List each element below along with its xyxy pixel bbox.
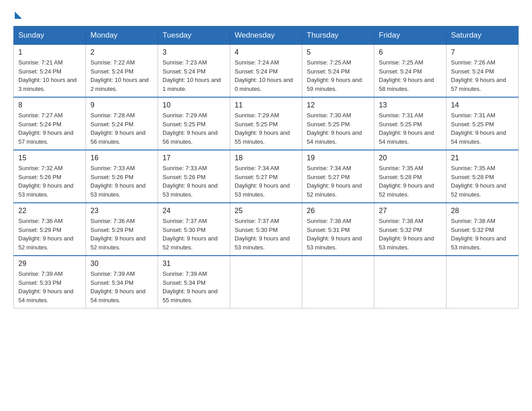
sunrise-label: Sunrise: bbox=[163, 270, 185, 277]
calendar-week-row: 1 Sunrise: 7:21 AM Sunset: 5:24 PM Dayli… bbox=[14, 45, 519, 98]
calendar-cell: 23 Sunrise: 7:36 AM Sunset: 5:29 PM Dayl… bbox=[86, 203, 158, 256]
sunset-value: 5:25 PM bbox=[472, 121, 494, 128]
daylight-label: Daylight: bbox=[163, 235, 187, 242]
day-number: 29 bbox=[18, 260, 81, 268]
day-info: Sunrise: 7:39 AM Sunset: 5:34 PM Dayligh… bbox=[90, 270, 153, 304]
sunset-value: 5:24 PM bbox=[112, 121, 133, 128]
day-number: 18 bbox=[235, 154, 297, 162]
calendar-cell: 1 Sunrise: 7:21 AM Sunset: 5:24 PM Dayli… bbox=[14, 45, 86, 98]
sunrise-value: 7:24 AM bbox=[257, 59, 279, 66]
sunrise-label: Sunrise: bbox=[451, 165, 474, 171]
sunrise-label: Sunrise: bbox=[163, 165, 185, 171]
sunrise-label: Sunrise: bbox=[18, 112, 41, 119]
day-info: Sunrise: 7:31 AM Sunset: 5:25 PM Dayligh… bbox=[379, 111, 442, 146]
sunset-label: Sunset: bbox=[163, 68, 184, 75]
day-number: 26 bbox=[307, 207, 369, 215]
daylight-label: Daylight: bbox=[307, 182, 331, 189]
sunset-label: Sunset: bbox=[18, 227, 40, 233]
daylight-label: Daylight: bbox=[451, 129, 475, 136]
calendar-cell: 25 Sunrise: 7:37 AM Sunset: 5:30 PM Dayl… bbox=[230, 203, 302, 256]
day-number: 31 bbox=[163, 260, 225, 268]
sunrise-value: 7:31 AM bbox=[402, 112, 423, 119]
sunset-value: 5:24 PM bbox=[40, 68, 61, 75]
calendar-cell: 3 Sunrise: 7:23 AM Sunset: 5:24 PM Dayli… bbox=[158, 45, 230, 98]
sunset-value: 5:29 PM bbox=[112, 227, 133, 233]
calendar-header-saturday: Saturday bbox=[446, 26, 519, 45]
calendar-cell: 30 Sunrise: 7:39 AM Sunset: 5:34 PM Dayl… bbox=[86, 256, 158, 308]
sunrise-value: 7:38 AM bbox=[330, 218, 351, 224]
day-info: Sunrise: 7:26 AM Sunset: 5:24 PM Dayligh… bbox=[451, 58, 514, 93]
sunset-label: Sunset: bbox=[90, 279, 112, 286]
sunset-value: 5:30 PM bbox=[184, 227, 206, 233]
sunset-label: Sunset: bbox=[379, 121, 400, 128]
calendar-header-thursday: Thursday bbox=[302, 26, 374, 45]
sunrise-value: 7:37 AM bbox=[185, 218, 207, 224]
daylight-label: Daylight: bbox=[90, 129, 115, 136]
sunrise-value: 7:33 AM bbox=[185, 165, 207, 171]
day-info: Sunrise: 7:22 AM Sunset: 5:24 PM Dayligh… bbox=[90, 58, 153, 93]
calendar-cell: 15 Sunrise: 7:32 AM Sunset: 5:26 PM Dayl… bbox=[14, 150, 86, 203]
day-info: Sunrise: 7:21 AM Sunset: 5:24 PM Dayligh… bbox=[18, 58, 81, 93]
sunset-value: 5:25 PM bbox=[256, 121, 278, 128]
day-number: 10 bbox=[163, 101, 225, 109]
sunrise-value: 7:35 AM bbox=[474, 165, 495, 171]
sunset-value: 5:25 PM bbox=[184, 121, 206, 128]
sunset-label: Sunset: bbox=[90, 68, 112, 75]
day-info: Sunrise: 7:38 AM Sunset: 5:31 PM Dayligh… bbox=[307, 217, 369, 252]
day-number: 2 bbox=[90, 48, 153, 56]
sunset-value: 5:24 PM bbox=[112, 68, 133, 75]
daylight-label: Daylight: bbox=[307, 77, 331, 83]
day-number: 11 bbox=[235, 101, 297, 109]
sunset-value: 5:28 PM bbox=[400, 174, 422, 180]
calendar-cell: 27 Sunrise: 7:38 AM Sunset: 5:32 PM Dayl… bbox=[374, 203, 446, 256]
day-info: Sunrise: 7:34 AM Sunset: 5:27 PM Dayligh… bbox=[307, 164, 369, 199]
daylight-label: Daylight: bbox=[379, 235, 403, 242]
day-info: Sunrise: 7:32 AM Sunset: 5:26 PM Dayligh… bbox=[18, 164, 81, 199]
calendar-cell: 8 Sunrise: 7:27 AM Sunset: 5:24 PM Dayli… bbox=[14, 97, 86, 150]
sunset-label: Sunset: bbox=[163, 121, 184, 128]
sunset-value: 5:31 PM bbox=[328, 227, 350, 233]
sunrise-value: 7:34 AM bbox=[330, 165, 351, 171]
day-number: 9 bbox=[90, 101, 153, 109]
day-info: Sunrise: 7:35 AM Sunset: 5:28 PM Dayligh… bbox=[451, 164, 514, 199]
sunset-value: 5:26 PM bbox=[40, 174, 61, 180]
day-info: Sunrise: 7:36 AM Sunset: 5:29 PM Dayligh… bbox=[18, 217, 81, 252]
sunrise-value: 7:22 AM bbox=[113, 59, 135, 66]
sunrise-value: 7:25 AM bbox=[402, 59, 423, 66]
calendar-cell: 10 Sunrise: 7:29 AM Sunset: 5:25 PM Dayl… bbox=[158, 97, 230, 150]
sunrise-value: 7:36 AM bbox=[41, 218, 63, 224]
sunrise-value: 7:31 AM bbox=[474, 112, 495, 119]
day-number: 7 bbox=[451, 48, 514, 56]
sunset-label: Sunset: bbox=[307, 68, 328, 75]
day-number: 16 bbox=[90, 154, 153, 162]
calendar-week-row: 8 Sunrise: 7:27 AM Sunset: 5:24 PM Dayli… bbox=[14, 97, 519, 150]
day-info: Sunrise: 7:27 AM Sunset: 5:24 PM Dayligh… bbox=[18, 111, 81, 146]
day-number: 21 bbox=[451, 154, 514, 162]
day-number: 17 bbox=[163, 154, 225, 162]
day-info: Sunrise: 7:33 AM Sunset: 5:26 PM Dayligh… bbox=[90, 164, 153, 199]
day-info: Sunrise: 7:29 AM Sunset: 5:25 PM Dayligh… bbox=[235, 111, 297, 146]
sunrise-value: 7:39 AM bbox=[185, 270, 207, 277]
calendar-cell: 4 Sunrise: 7:24 AM Sunset: 5:24 PM Dayli… bbox=[230, 45, 302, 98]
daylight-label: Daylight: bbox=[18, 288, 43, 295]
day-info: Sunrise: 7:25 AM Sunset: 5:24 PM Dayligh… bbox=[379, 58, 442, 93]
daylight-label: Daylight: bbox=[451, 182, 475, 189]
sunrise-label: Sunrise: bbox=[451, 112, 474, 119]
daylight-label: Daylight: bbox=[379, 182, 403, 189]
calendar-cell: 16 Sunrise: 7:33 AM Sunset: 5:26 PM Dayl… bbox=[86, 150, 158, 203]
day-info: Sunrise: 7:24 AM Sunset: 5:24 PM Dayligh… bbox=[235, 58, 297, 93]
daylight-label: Daylight: bbox=[379, 77, 403, 83]
sunrise-label: Sunrise: bbox=[163, 112, 185, 119]
sunset-value: 5:24 PM bbox=[400, 68, 422, 75]
sunrise-value: 7:26 AM bbox=[474, 59, 495, 66]
daylight-label: Daylight: bbox=[90, 182, 115, 189]
sunrise-label: Sunrise: bbox=[379, 112, 402, 119]
sunset-value: 5:33 PM bbox=[40, 279, 61, 286]
daylight-label: Daylight: bbox=[18, 235, 43, 242]
sunrise-label: Sunrise: bbox=[90, 165, 113, 171]
calendar-header-sunday: Sunday bbox=[14, 26, 86, 45]
daylight-label: Daylight: bbox=[307, 235, 331, 242]
day-info: Sunrise: 7:29 AM Sunset: 5:25 PM Dayligh… bbox=[163, 111, 225, 146]
logo-arrow-icon bbox=[15, 12, 22, 19]
sunset-label: Sunset: bbox=[163, 279, 184, 286]
